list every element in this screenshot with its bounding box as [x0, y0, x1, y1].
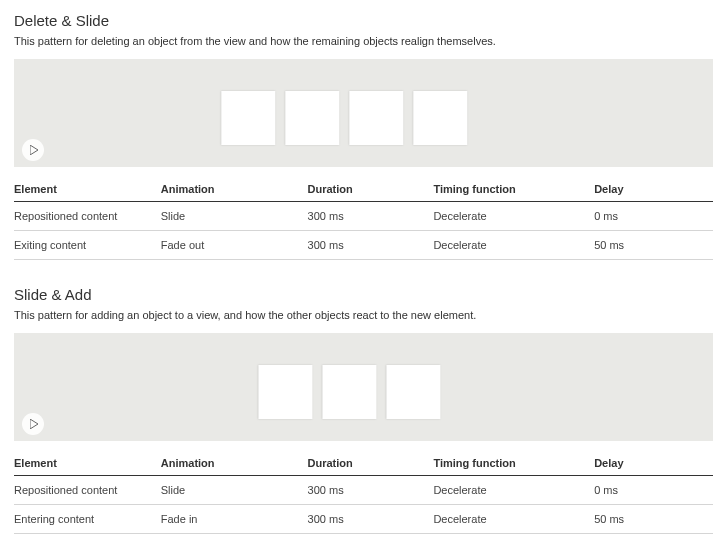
section-title: Slide & Add: [14, 286, 713, 303]
preview-card: [322, 365, 376, 419]
cell-timing: Decelerate: [433, 476, 594, 505]
play-button[interactable]: [22, 139, 44, 161]
cell-delay: 50 ms: [594, 505, 713, 534]
cell-animation: Slide: [161, 202, 308, 231]
preview-card: [386, 365, 440, 419]
cell-timing: Decelerate: [433, 505, 594, 534]
play-icon: [30, 145, 38, 155]
animation-preview: [14, 333, 713, 441]
cell-element: Exiting content: [14, 231, 161, 260]
table-row: Entering content Fade in 300 ms Decelera…: [14, 505, 713, 534]
table-row: Repositioned content Slide 300 ms Decele…: [14, 202, 713, 231]
table-row: Repositioned content Slide 300 ms Decele…: [14, 476, 713, 505]
cell-delay: 0 ms: [594, 476, 713, 505]
section-title: Delete & Slide: [14, 12, 713, 29]
table-header: Duration: [308, 177, 434, 202]
table-header: Element: [14, 451, 161, 476]
cell-timing: Decelerate: [433, 202, 594, 231]
cell-duration: 300 ms: [308, 476, 434, 505]
play-button[interactable]: [22, 413, 44, 435]
section-description: This pattern for deleting an object from…: [14, 35, 713, 47]
preview-cards: [221, 91, 467, 145]
section-description: This pattern for adding an object to a v…: [14, 309, 713, 321]
preview-card: [258, 365, 312, 419]
table-header: Duration: [308, 451, 434, 476]
preview-card: [413, 91, 467, 145]
cell-delay: 50 ms: [594, 231, 713, 260]
animation-spec-table: Element Animation Duration Timing functi…: [14, 451, 713, 534]
preview-card: [349, 91, 403, 145]
cell-delay: 0 ms: [594, 202, 713, 231]
cell-duration: 300 ms: [308, 505, 434, 534]
cell-element: Entering content: [14, 505, 161, 534]
table-header: Delay: [594, 177, 713, 202]
cell-animation: Slide: [161, 476, 308, 505]
table-header: Timing function: [433, 177, 594, 202]
table-header: Delay: [594, 451, 713, 476]
cell-duration: 300 ms: [308, 202, 434, 231]
preview-card: [285, 91, 339, 145]
table-header: Element: [14, 177, 161, 202]
preview-card: [221, 91, 275, 145]
table-row: Exiting content Fade out 300 ms Decelera…: [14, 231, 713, 260]
cell-element: Repositioned content: [14, 202, 161, 231]
preview-cards: [258, 365, 440, 419]
cell-duration: 300 ms: [308, 231, 434, 260]
cell-animation: Fade out: [161, 231, 308, 260]
cell-timing: Decelerate: [433, 231, 594, 260]
table-header: Timing function: [433, 451, 594, 476]
cell-element: Repositioned content: [14, 476, 161, 505]
animation-preview: [14, 59, 713, 167]
table-header: Animation: [161, 177, 308, 202]
animation-spec-table: Element Animation Duration Timing functi…: [14, 177, 713, 260]
play-icon: [30, 419, 38, 429]
table-header: Animation: [161, 451, 308, 476]
cell-animation: Fade in: [161, 505, 308, 534]
